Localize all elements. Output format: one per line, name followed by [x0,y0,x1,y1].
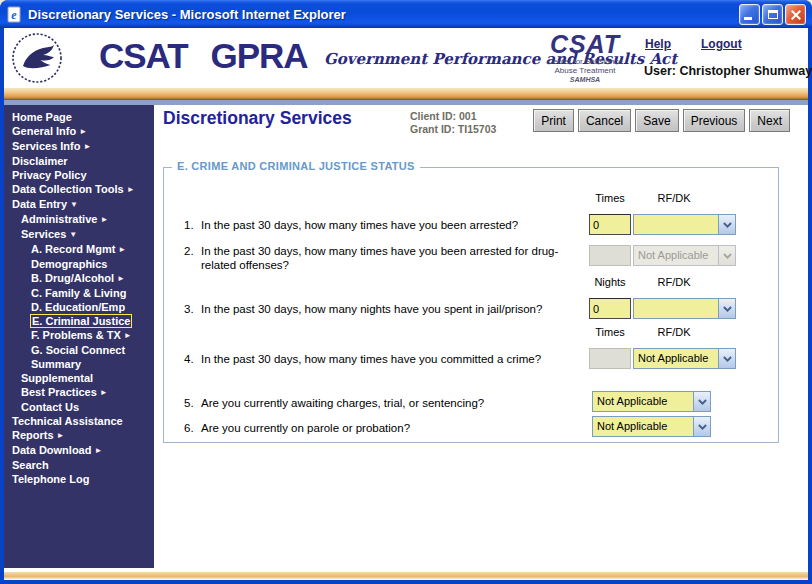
page-title: Discretionary Services [163,108,352,129]
times-column-header: Times [580,192,640,204]
sidebar-item-telephone-log[interactable]: Telephone Log [4,472,154,486]
print-button[interactable]: Print [533,109,574,132]
submenu-right-arrow-icon: ► [100,388,108,397]
sidebar-item-services[interactable]: Services▼ [4,227,154,242]
window-frame: CSAT GPRA Government Performance and Res… [4,28,808,580]
csat-logo-name: CSAT [537,32,633,57]
sidebar-item-problems-tx[interactable]: F. Problems & TX► [4,328,154,343]
q3-nights-input[interactable] [589,298,631,319]
sidebar-item-criminal-justice[interactable]: E. Criminal Justice [4,314,154,328]
hhs-eagle-logo [10,31,64,85]
sidebar-item-data-download[interactable]: Data Download► [4,443,154,458]
browser-window: e Discretionary Services - Microsoft Int… [0,0,812,584]
submenu-right-arrow-icon: ► [79,127,87,136]
save-button[interactable]: Save [635,109,678,132]
q6-answer-dropdown[interactable]: Not Applicable [592,416,711,437]
sidebar-item-record-mgmt[interactable]: A. Record Mgmt► [4,242,154,257]
minimize-button[interactable] [739,4,760,25]
q1-times-input[interactable] [589,214,631,235]
sidebar-item-demographics[interactable]: Demographics [4,257,154,271]
sidebar-item-home-page[interactable]: Home Page [4,110,154,124]
submenu-right-arrow-icon: ► [117,274,125,283]
csat-logo: CSAT Center for Substance Abuse Treatmen… [537,32,633,84]
question-5-label: 5.Are you currently awaiting charges, tr… [184,396,584,410]
action-button-row: Print Cancel Save Previous Next [533,109,790,132]
submenu-right-arrow-icon: ► [118,245,126,254]
q3-rfdk-dropdown[interactable] [633,298,736,319]
brand-title: CSAT GPRA [99,36,308,76]
selected-nav-item: E. Criminal Justice [31,315,131,327]
footer-orange-stripe [4,572,808,580]
csat-logo-line2: Abuse Treatment [537,66,633,75]
user-label: User: Christopher Shumway [644,64,812,78]
fieldset-legend: E. CRIME AND CRIMINAL JUSTICE STATUS [172,160,420,172]
logout-link[interactable]: Logout [701,37,742,51]
sidebar-item-privacy-policy[interactable]: Privacy Policy [4,168,154,182]
chevron-down-icon [718,215,735,234]
sidebar-item-general-info[interactable]: General Info► [4,124,154,139]
sidebar-item-data-entry[interactable]: Data Entry▼ [4,197,154,212]
cancel-button[interactable]: Cancel [578,109,631,132]
ie-document-icon: e [6,6,23,23]
submenu-right-arrow-icon: ► [94,446,102,455]
window-title: Discretionary Services - Microsoft Inter… [28,7,739,22]
title-bar: e Discretionary Services - Microsoft Int… [0,0,812,28]
submenu-right-arrow-icon: ► [100,215,108,224]
sidebar-item-data-collection-tools[interactable]: Data Collection Tools► [4,182,154,197]
rfdk-column-header: RF/DK [644,326,704,338]
csat-logo-line3: SAMHSA [537,75,633,84]
submenu-right-arrow-icon: ► [57,431,65,440]
grant-id: Grant ID: TI15703 [410,123,496,136]
close-button[interactable] [785,4,806,25]
submenu-right-arrow-icon: ► [124,331,132,340]
sidebar-item-search[interactable]: Search [4,458,154,472]
submenu-right-arrow-icon: ► [83,142,91,151]
q4-times-input [589,348,631,369]
content-area: Discretionary Services Client ID: 001 Gr… [154,105,808,568]
header-orange-stripe [4,88,808,100]
submenu-down-arrow-icon: ▼ [69,230,77,239]
submenu-down-arrow-icon: ▼ [70,200,78,209]
sidebar-item-supplemental[interactable]: Supplemental [4,371,154,385]
sidebar-item-best-practices[interactable]: Best Practices► [4,385,154,400]
chevron-down-icon [693,417,710,436]
svg-text:e: e [11,8,17,22]
app-header: CSAT GPRA Government Performance and Res… [4,28,808,88]
csat-logo-line1: Center for Substance [537,57,633,66]
q2-rfdk-dropdown: Not Applicable [633,245,736,266]
question-6-label: 6.Are you currently on parole or probati… [184,421,584,435]
sidebar-item-family-living[interactable]: C. Family & Living [4,286,154,300]
maximize-button[interactable] [762,4,783,25]
question-4-label: 4.In the past 30 days, how many times ha… [184,352,584,366]
question-2-label: 2.In the past 30 days, how many times ha… [184,244,584,272]
q1-rfdk-dropdown[interactable] [633,214,736,235]
criminal-justice-fieldset: E. CRIME AND CRIMINAL JUSTICE STATUS Tim… [163,167,779,443]
q5-answer-dropdown[interactable]: Not Applicable [592,391,711,412]
sidebar-item-administrative[interactable]: Administrative► [4,212,154,227]
sidebar-item-summary[interactable]: Summary [4,357,154,371]
sidebar-item-education-emp[interactable]: D. Education/Emp [4,300,154,314]
sidebar-item-contact-us[interactable]: Contact Us [4,400,154,414]
next-button[interactable]: Next [749,109,790,132]
question-3-label: 3.In the past 30 days, how many nights h… [184,302,584,316]
sidebar-item-reports[interactable]: Reports► [4,428,154,443]
sidebar-item-disclaimer[interactable]: Disclaimer [4,154,154,168]
question-1-label: 1.In the past 30 days, how many times ha… [184,218,584,232]
minimize-icon [744,17,752,20]
nights-column-header: Nights [580,276,640,288]
chevron-down-icon [718,349,735,368]
times-column-header: Times [580,326,640,338]
sidebar-item-drug-alcohol[interactable]: B. Drug/Alcohol► [4,271,154,286]
sidebar-item-technical-assistance[interactable]: Technical Assistance [4,414,154,428]
client-id: Client ID: 001 [410,110,496,123]
q4-rfdk-dropdown[interactable]: Not Applicable [633,348,736,369]
previous-button[interactable]: Previous [683,109,746,132]
chevron-down-icon [718,299,735,318]
maximize-icon [768,10,778,19]
help-link[interactable]: Help [645,37,671,51]
sidebar-item-services-info[interactable]: Services Info► [4,139,154,154]
rfdk-column-header: RF/DK [644,192,704,204]
sidebar-item-social-connect[interactable]: G. Social Connect [4,343,154,357]
rfdk-column-header: RF/DK [644,276,704,288]
submenu-right-arrow-icon: ► [127,185,135,194]
